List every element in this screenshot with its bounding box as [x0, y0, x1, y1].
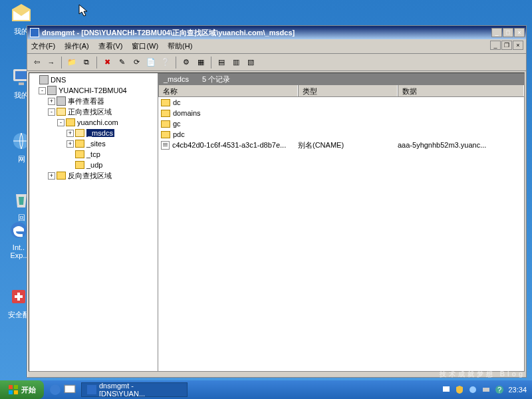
tree-sites[interactable]: +_sites: [31, 138, 156, 149]
folder-icon: [161, 99, 170, 106]
show-hide-tree-button[interactable]: ⧉: [80, 56, 93, 69]
quick-launch: [44, 384, 81, 396]
app-icon: [30, 28, 39, 37]
mdi-minimize-button[interactable]: _: [490, 41, 501, 50]
tray-help-icon[interactable]: ?: [495, 385, 504, 394]
folder-icon: [161, 131, 170, 138]
close-button[interactable]: ×: [514, 28, 525, 37]
tree-label: 正向查找区域: [68, 107, 112, 117]
system-tray: ? 23:34: [442, 385, 532, 394]
tool-button[interactable]: ⚙: [180, 56, 193, 69]
mdi-close-button[interactable]: ×: [513, 41, 523, 50]
expand-icon[interactable]: +: [48, 98, 55, 105]
menu-window[interactable]: 窗口(W): [132, 41, 158, 51]
menu-action[interactable]: 操作(A): [65, 41, 89, 51]
collapse-icon[interactable]: -: [48, 108, 55, 116]
list-row[interactable]: domains: [158, 108, 524, 118]
help-button[interactable]: ❔: [159, 56, 172, 69]
back-button[interactable]: ⇦: [30, 56, 43, 69]
minimize-button[interactable]: _: [491, 28, 502, 37]
menu-view[interactable]: 查看(V): [98, 41, 123, 51]
tree-eventviewer[interactable]: +事件查看器: [31, 96, 156, 106]
clock[interactable]: 23:34: [508, 386, 527, 394]
title-bar[interactable]: dnsmgmt - [DNS\YUANCHI-T2BMU04\正向查找区域\yu…: [27, 26, 526, 39]
cell-data: aaa-5yhgnhb52m3.yuanc...: [398, 141, 524, 149]
menu-bar: 文件(F) 操作(A) 查看(V) 窗口(W) 帮助(H) _ ❐ ×: [27, 39, 526, 54]
list-pane: _msdcs 5 个记录 名称 类型 数据 dcdomainsgcpdcc4cb…: [158, 73, 524, 371]
svg-rect-11: [65, 385, 75, 392]
tree-pane[interactable]: DNS -YUANCHI-T2BMU04 +事件查看器 -正向查找区域 -yua…: [29, 73, 158, 371]
column-data[interactable]: 数据: [398, 85, 524, 96]
collapse-icon[interactable]: -: [39, 87, 46, 94]
tool-button[interactable]: ▥: [229, 56, 243, 69]
up-button[interactable]: 📁: [65, 56, 78, 69]
content-area: DNS -YUANCHI-T2BMU04 +事件查看器 -正向查找区域 -yua…: [29, 72, 525, 372]
maximize-button[interactable]: □: [503, 28, 513, 37]
mdi-restore-button[interactable]: ❐: [501, 41, 512, 50]
toolbar: ⇦ → 📁 ⧉ ✖ ✎ ⟳ 📄 ❔ ⚙ ▦ ▤ ▥ ▧: [27, 54, 526, 71]
column-name[interactable]: 名称: [158, 85, 298, 96]
tree-domain[interactable]: -yuanchi.com: [31, 117, 156, 128]
expand-icon[interactable]: +: [48, 172, 55, 180]
refresh-button[interactable]: ⟳: [130, 56, 143, 69]
tray-shield-icon[interactable]: [455, 385, 464, 394]
cell-type: 别名(CNAME): [298, 140, 398, 150]
svg-rect-1: [15, 71, 27, 79]
column-type[interactable]: 类型: [298, 85, 398, 96]
cell-name: dc: [173, 98, 181, 106]
list-row[interactable]: dc: [158, 97, 524, 108]
toolbar-separator: [176, 57, 176, 68]
list-header: 名称 类型 数据: [158, 85, 524, 97]
svg-rect-6: [9, 385, 13, 389]
svg-rect-12: [443, 386, 450, 392]
forward-button[interactable]: →: [45, 56, 58, 69]
tree-udp[interactable]: _udp: [31, 160, 156, 170]
expand-icon[interactable]: +: [66, 140, 74, 148]
tray-volume-icon[interactable]: [468, 385, 477, 394]
properties-button[interactable]: ✎: [115, 56, 128, 69]
tree-forward-zones[interactable]: -正向查找区域: [31, 106, 156, 117]
menu-help[interactable]: 帮助(H): [168, 41, 192, 51]
expand-icon[interactable]: +: [66, 130, 74, 137]
tree-reverse-zones[interactable]: +反向查找区域: [31, 170, 156, 181]
folder-open-icon: [57, 108, 66, 116]
desktop-icon[interactable]: [64, 384, 76, 396]
delete-button[interactable]: ✖: [100, 56, 114, 69]
svg-rect-14: [483, 388, 489, 392]
event-icon: [57, 96, 66, 106]
svg-rect-8: [9, 390, 13, 394]
tree-msdcs[interactable]: +_msdcs: [31, 128, 156, 138]
tool-button[interactable]: ▧: [244, 56, 257, 69]
folder-icon: [161, 120, 170, 128]
toolbar-separator: [211, 57, 211, 68]
path-bar: _msdcs 5 个记录: [158, 73, 524, 85]
tree-label-selected: _msdcs: [86, 129, 114, 137]
ie-icon[interactable]: [49, 384, 61, 396]
svg-point-10: [50, 384, 61, 395]
list-row[interactable]: pdc: [158, 129, 524, 140]
taskbar: 开始 dnsmgmt - [DNS\YUAN... ? 23:34: [0, 380, 532, 399]
list-row[interactable]: c4cb42d0-1c6f-4531-a3c1-d8b7e...别名(CNAME…: [158, 140, 524, 150]
list-body[interactable]: dcdomainsgcpdcc4cb42d0-1c6f-4531-a3c1-d8…: [158, 97, 524, 371]
svg-rect-9: [14, 390, 18, 394]
tree-label: yuanchi.com: [77, 118, 118, 126]
svg-rect-7: [14, 385, 18, 389]
export-button[interactable]: 📄: [144, 56, 158, 69]
collapse-icon[interactable]: -: [57, 119, 65, 126]
tree-label: _udp: [86, 161, 102, 169]
dns-icon: [39, 75, 49, 84]
tree-root-dns[interactable]: DNS: [31, 74, 156, 85]
tree-tcp[interactable]: _tcp: [31, 149, 156, 160]
folder-icon: [161, 110, 170, 117]
list-row[interactable]: gc: [158, 118, 524, 129]
taskbar-app-button[interactable]: dnsmgmt - [DNS\YUAN...: [81, 382, 188, 397]
tray-network-icon[interactable]: [442, 385, 451, 394]
menu-file[interactable]: 文件(F): [31, 41, 55, 51]
start-button[interactable]: 开始: [0, 380, 44, 399]
tool-button[interactable]: ▤: [215, 56, 228, 69]
cell-name: domains: [173, 109, 201, 117]
tree-server[interactable]: -YUANCHI-T2BMU04: [31, 85, 156, 96]
tree-label: _tcp: [86, 150, 100, 158]
tool-button[interactable]: ▦: [194, 56, 207, 69]
tray-item-icon[interactable]: [481, 385, 491, 394]
